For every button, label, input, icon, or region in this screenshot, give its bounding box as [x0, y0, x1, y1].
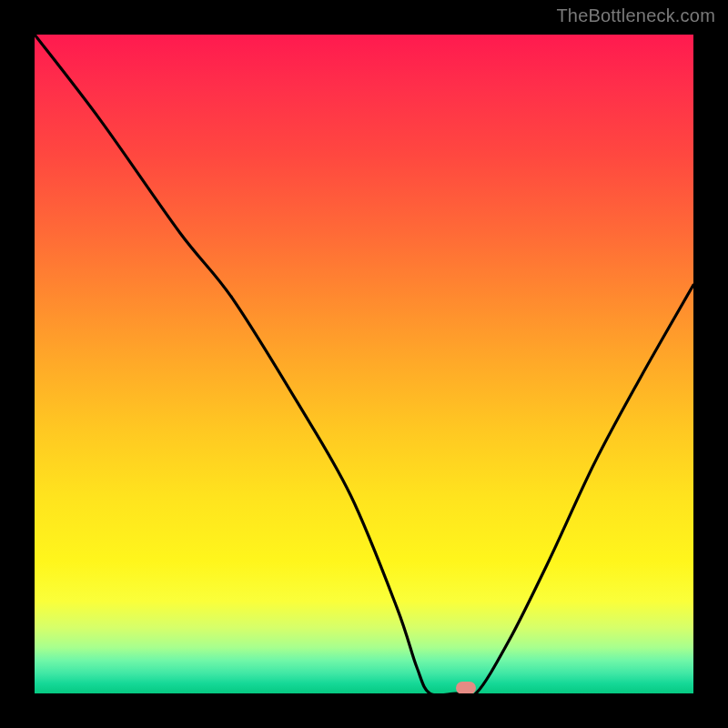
chart-frame: TheBottleneck.com — [0, 0, 728, 728]
optimal-marker — [456, 682, 476, 693]
bottleneck-curve — [35, 35, 693, 693]
watermark-text: TheBottleneck.com — [556, 5, 715, 26]
plot-area — [35, 35, 693, 693]
